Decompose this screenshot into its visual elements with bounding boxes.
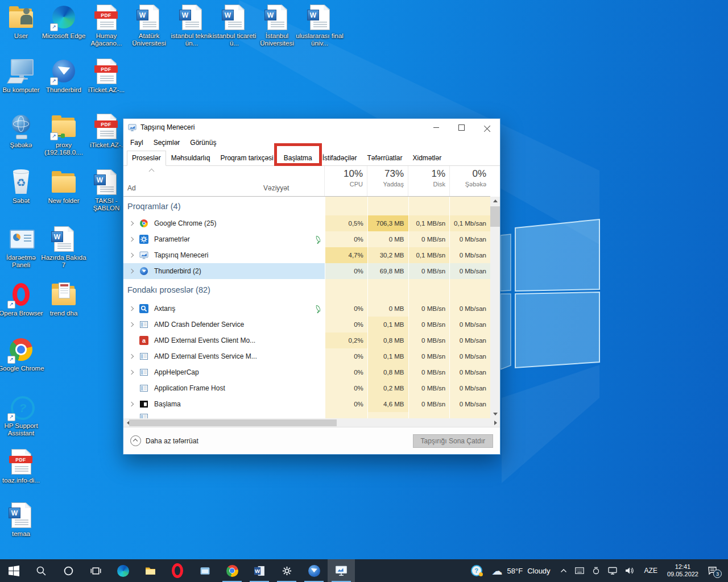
table-row[interactable]: aAMD External Events Client Mo...0,2%0,8…	[123, 332, 490, 348]
network-tray-button[interactable]	[604, 559, 621, 582]
scroll-down-button[interactable]	[490, 410, 500, 418]
tab-xidmətlər[interactable]: Xidmətlər	[408, 151, 447, 166]
expand-chevron-icon[interactable]	[127, 371, 135, 374]
tab-proseslər[interactable]: Proseslər	[127, 151, 166, 166]
show-hidden-icons-button[interactable]	[556, 559, 571, 582]
title-bar[interactable]: Tapşırıq Meneceri	[123, 119, 500, 136]
column-header-status[interactable]: Vəziyyət	[263, 184, 289, 192]
desktop-icon-idareetme-paneli[interactable]: İdarəetmə Paneli	[0, 226, 46, 269]
end-task-button[interactable]: Tapşırığı Sona Çatdır	[413, 434, 493, 448]
tab-başlatma[interactable]: Başlatma	[279, 151, 317, 166]
desktop-icon-hazirda-bakida[interactable]: WHazırda Bakıda 7	[39, 226, 88, 269]
word-icon: W	[263, 5, 291, 31]
desktop-icon-user[interactable]: User	[0, 5, 46, 40]
expand-chevron-icon[interactable]	[127, 323, 135, 326]
tab-təfərrüatlar[interactable]: Təfərrüatlar	[362, 151, 407, 166]
process-name: AMD External Events Service M...	[154, 352, 257, 360]
vertical-scroll-thumb[interactable]	[490, 206, 500, 227]
desktop-icon-iticket-az-1[interactable]: PDFiTicket.AZ-...	[82, 59, 131, 94]
group-header[interactable]: Fondakı proseslər (82)	[123, 279, 490, 301]
expand-chevron-icon[interactable]	[127, 222, 135, 225]
tab-proqram tarixçəsi[interactable]: Proqram tarixçəsi	[215, 151, 278, 166]
desktop-icon-opera-browser[interactable]: Opera Browser	[0, 282, 46, 317]
taskbar-opera-button[interactable]	[164, 559, 191, 582]
desktop-icon-sebeke[interactable]: Şəbəkə	[0, 114, 46, 149]
desktop-icon-microsoft-edge[interactable]: Microsoft Edge	[39, 5, 88, 40]
taskbar-word-button[interactable]: W	[246, 559, 273, 582]
table-row[interactable]: Application Frame Host0%0,2 MB0 MB/sn0 M…	[123, 380, 490, 396]
table-row-partial[interactable]	[123, 412, 490, 418]
taskbar-task-manager-button[interactable]	[328, 559, 355, 582]
group-header[interactable]: Proqramlar (4)	[123, 197, 490, 215]
expand-chevron-icon[interactable]	[127, 269, 135, 273]
table-row[interactable]: Thunderbird (2)0%69,8 MB0 MB/sn0 Mb/san	[123, 263, 490, 279]
table-row[interactable]: Axtarış0%0 MB0 MB/sn0 Mb/san	[123, 301, 490, 317]
desktop-icon-new-folder[interactable]: New folder	[39, 169, 88, 205]
desktop-icon-istanbul-ticareti[interactable]: Wistanbul ticareti ü...	[210, 5, 259, 47]
menu-görünüş[interactable]: Görünüş	[185, 139, 221, 147]
capture-tray-button[interactable]	[588, 559, 604, 582]
desktop-icon-istanbul-teknik[interactable]: Wistanbul teknik ün...	[167, 5, 216, 47]
horizontal-scrollbar[interactable]	[123, 418, 500, 427]
taskbar-taskbar-search-button[interactable]	[27, 559, 55, 582]
expand-chevron-icon[interactable]	[127, 238, 135, 241]
taskbar-start-button[interactable]	[0, 559, 27, 582]
desktop-icon-trend-dha[interactable]: trend dha	[39, 282, 88, 317]
expand-chevron-icon[interactable]	[127, 402, 135, 406]
taskbar-edge-button[interactable]	[109, 559, 136, 582]
expand-chevron-icon[interactable]	[127, 307, 135, 310]
taskbar-chrome-button[interactable]	[218, 559, 246, 582]
desktop-icon-temaa[interactable]: Wtemaa	[0, 502, 46, 538]
column-header-name[interactable]: Ad	[127, 184, 136, 192]
taskbar-cortana-button[interactable]	[55, 559, 82, 582]
column-header-yaddaş[interactable]: 73%Yaddaş	[367, 166, 408, 196]
expand-chevron-icon[interactable]	[127, 253, 135, 257]
column-header-şəbəkə[interactable]: 0%Şəbəkə	[449, 166, 490, 196]
volume-tray-button[interactable]	[621, 559, 639, 582]
taskbar-thunderbird-button[interactable]	[300, 559, 328, 582]
desktop-icon-sebet[interactable]: ♻Səbət	[0, 169, 46, 205]
desktop-icon-hp-support[interactable]: HP Support Assistant	[0, 394, 46, 437]
scroll-right-button[interactable]	[491, 418, 500, 427]
weather-widget[interactable]: ☁ 58°F Cloudy	[486, 566, 556, 576]
desktop-icon-toaz-info[interactable]: PDFtoaz.info-di...	[0, 449, 46, 484]
touch-keyboard-button[interactable]	[571, 559, 588, 582]
desktop-icon-bu-komputer[interactable]: Bu komputer	[0, 59, 46, 94]
horizontal-scroll-thumb[interactable]	[129, 419, 337, 426]
column-header-cpu[interactable]: 10%CPU	[324, 166, 367, 196]
language-indicator[interactable]: AZE	[639, 567, 663, 575]
menu-seçimlər[interactable]: Seçimlər	[148, 139, 185, 147]
table-row[interactable]: AppHelperCap0%0,8 MB0 MB/sn0 Mb/san	[123, 364, 490, 380]
table-row[interactable]: Tapşırıq Meneceri4,7%30,2 MB0,1 MB/sn0 M…	[123, 247, 490, 263]
tab-məhsuldarlıq[interactable]: Məhsuldarlıq	[166, 151, 216, 166]
desktop-icon-humay-agacano[interactable]: PDFHumay Ağacano...	[82, 5, 131, 47]
desktop-icon-proxy[interactable]: proxy (192.168.0....	[39, 114, 88, 156]
taskbar-file-explorer-button[interactable]	[136, 559, 164, 582]
fewer-details-button[interactable]: Daha az təfərrüat	[130, 435, 198, 446]
expand-chevron-icon[interactable]	[127, 355, 135, 358]
scroll-up-button[interactable]	[490, 197, 500, 205]
vertical-scrollbar[interactable]	[490, 197, 500, 418]
menu-fayl[interactable]: Fayl	[125, 139, 148, 147]
table-row[interactable]: Başlama0%4,6 MB0 MB/sn0 Mb/san	[123, 396, 490, 412]
table-row[interactable]: AMD Crash Defender Service0%0,1 MB0 MB/s…	[123, 317, 490, 332]
minimize-button[interactable]	[423, 119, 449, 136]
desktop-icon-google-chrome[interactable]: Google Chrome	[0, 337, 46, 372]
table-row[interactable]: Parametrlər0%0 MB0 MB/sn0 Mb/san	[123, 231, 490, 247]
desktop-icon-istanbul-universitesi[interactable]: Wİstanbul Üniversitesi	[253, 5, 301, 47]
taskbar-task-view-button[interactable]	[82, 559, 109, 582]
hp-support-tray-button[interactable]: ?	[467, 559, 486, 582]
close-button[interactable]	[474, 119, 500, 136]
clock[interactable]: 12:41 09.05.2022	[663, 563, 703, 578]
tab-i̇stifadəçilər[interactable]: İstifadəçilər	[317, 151, 362, 166]
table-row[interactable]: Google Chrome (25)0,5%706,3 MB0,1 MB/sn0…	[123, 215, 490, 231]
taskbar-app-window-button[interactable]	[191, 559, 218, 582]
desktop-icon-uluslararasi-final[interactable]: Wuluslararası final üniv...	[295, 5, 344, 47]
action-center-button[interactable]: 3	[703, 559, 725, 582]
desktop-icon-ataturk-universitesi[interactable]: WAtatürk Üniversitesi	[125, 5, 173, 47]
column-header-disk[interactable]: 1%Disk	[408, 166, 449, 196]
taskbar-settings-button[interactable]	[273, 559, 300, 582]
table-row[interactable]: AMD External Events Service M...0%0,1 MB…	[123, 348, 490, 364]
desktop-icon-thunderbird[interactable]: Thunderbird	[39, 59, 88, 94]
maximize-button[interactable]	[449, 119, 474, 136]
